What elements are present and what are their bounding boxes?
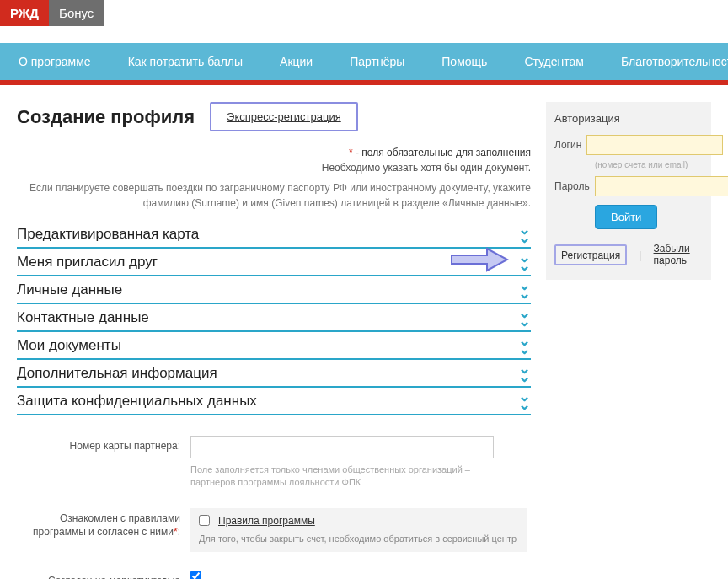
accordion-privacy[interactable]: Защита конфиденциальных данных ⌄⌄	[17, 388, 531, 415]
chevron-down-icon: ⌄⌄	[518, 254, 531, 271]
password-input[interactable]	[595, 176, 728, 196]
login-input[interactable]	[586, 135, 723, 155]
auth-title: Авторизация	[554, 112, 703, 125]
chevron-down-icon: ⌄⌄	[518, 337, 531, 354]
top-logo-bar: РЖД Бонус	[0, 0, 728, 26]
nav-promotions[interactable]: Акции	[261, 43, 331, 80]
agree-rules-label: Ознакомлен с правилами программы и согла…	[17, 508, 180, 552]
chevron-down-icon: ⌄⌄	[518, 393, 531, 410]
accordion-label: Дополнительная информация	[17, 365, 217, 382]
program-rules-link[interactable]: Правила программы	[218, 515, 315, 527]
accordion-documents[interactable]: Мои документы ⌄⌄	[17, 332, 531, 360]
chevron-down-icon: ⌄⌄	[518, 281, 531, 298]
marketing-label: Согласен на маркетинговые рассылки:	[17, 571, 180, 579]
login-hint: (номер счета или email)	[595, 160, 703, 169]
highlight-arrow-icon	[450, 245, 511, 274]
accordion-friend-invite[interactable]: Меня пригласил друг ⌄⌄	[17, 249, 531, 276]
logo-rzd: РЖД	[0, 0, 49, 26]
login-label: Логин	[554, 139, 581, 151]
logo-bonus: Бонус	[49, 0, 104, 26]
forgot-password-link[interactable]: Забыли пароль	[654, 243, 703, 266]
accordion-additional-info[interactable]: Дополнительная информация ⌄⌄	[17, 360, 531, 388]
login-button[interactable]: Войти	[595, 205, 657, 229]
nav-help[interactable]: Помощь	[423, 43, 506, 80]
link-divider: |	[639, 249, 641, 261]
accordion-label: Предактивированная карта	[17, 226, 199, 243]
main-column: Создание профиля Экспресс-регистрация * …	[17, 102, 531, 579]
accordion-label: Контактные данные	[17, 309, 149, 326]
nav-about[interactable]: О программе	[0, 43, 110, 80]
chevron-down-icon: ⌄⌄	[518, 226, 531, 243]
register-link[interactable]: Регистрация	[561, 249, 620, 261]
agree-rules-checkbox[interactable]	[199, 515, 210, 526]
passport-note: Если планируете совершать поездки по заг…	[17, 180, 531, 211]
accordion-label: Защита конфиденциальных данных	[17, 393, 257, 410]
nav-spend-points[interactable]: Как потратить баллы	[110, 43, 261, 80]
chevron-down-icon: ⌄⌄	[518, 365, 531, 382]
accordion-personal-data[interactable]: Личные данные ⌄⌄	[17, 276, 531, 304]
main-nav: О программе Как потратить баллы Акции Па…	[0, 43, 728, 80]
accordion: Предактивированная карта ⌄⌄ Меня приглас…	[17, 221, 531, 415]
password-label: Пароль	[554, 180, 590, 192]
nav-charity[interactable]: Благотворительность	[602, 43, 728, 80]
accordion-label: Меня пригласил друг	[17, 254, 158, 271]
document-note: Необходимо указать хотя бы один документ…	[17, 162, 531, 174]
marketing-checkbox[interactable]	[190, 571, 201, 579]
accordion-label: Мои документы	[17, 337, 121, 354]
partner-card-label: Номер карты партнера:	[17, 436, 180, 490]
partner-card-input[interactable]	[190, 436, 494, 458]
auth-sidebar: Авторизация Логин (номер счета или email…	[546, 102, 711, 280]
agree-rules-hint: Для того, чтобы закрыть счет, необходимо…	[199, 533, 519, 545]
chevron-down-icon: ⌄⌄	[518, 309, 531, 326]
express-registration-box[interactable]: Экспресс-регистрация	[210, 102, 358, 131]
accordion-label: Личные данные	[17, 281, 122, 298]
express-registration-link[interactable]: Экспресс-регистрация	[227, 110, 341, 123]
nav-students[interactable]: Студентам	[506, 43, 602, 80]
partner-card-hint: Поле заполняется только членами обществе…	[190, 464, 511, 490]
register-link-highlight[interactable]: Регистрация	[554, 244, 627, 265]
accordion-preactivated-card[interactable]: Предактивированная карта ⌄⌄	[17, 221, 531, 249]
nav-partners[interactable]: Партнёры	[331, 43, 423, 80]
required-fields-note: * - поля обязательные для заполнения	[17, 147, 531, 158]
accordion-contact-data[interactable]: Контактные данные ⌄⌄	[17, 304, 531, 332]
page-title: Создание профиля	[17, 106, 195, 128]
